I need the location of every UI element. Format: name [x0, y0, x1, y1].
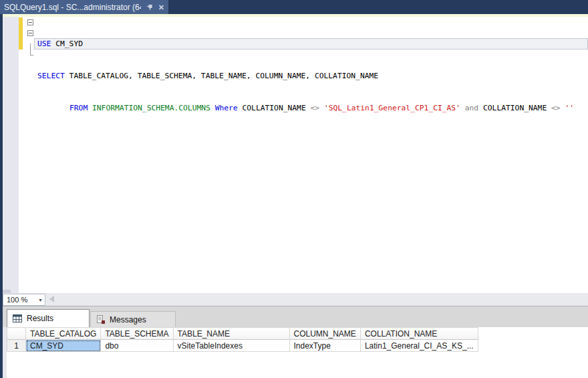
results-grid-area: TABLE_CATALOG TABLE_SCHEMA TABLE_NAME CO…: [3, 327, 588, 378]
change-tracking-bar: [19, 17, 23, 50]
outline-guide-end: [30, 55, 33, 56]
sql-keyword: USE: [37, 39, 51, 48]
results-grid-icon: [13, 314, 22, 322]
code-line[interactable]: USE CM_SYD: [37, 39, 588, 50]
zoom-value: 100 %: [3, 296, 36, 304]
tab-messages[interactable]: Messages: [90, 311, 176, 327]
outline-guide-line: [30, 43, 31, 55]
code-area: USE CM_SYD SELECT TABLE_CATALOG, TABLE_S…: [37, 17, 588, 135]
sql-identifier: COLLATION_NAME: [478, 104, 551, 112]
sql-keyword: Where: [210, 104, 238, 112]
code-line[interactable]: FROM INFORMATION_SCHEMA.COLUMNS Where CO…: [37, 103, 588, 114]
grid-header-row: TABLE_CATALOG TABLE_SCHEMA TABLE_NAME CO…: [7, 328, 478, 340]
code-line[interactable]: SELECT TABLE_CATALOG, TABLE_SCHEMA, TABL…: [37, 71, 588, 82]
messages-icon: [96, 315, 105, 324]
sql-keyword: SELECT: [37, 72, 65, 80]
sql-identifier: COLLATION_NAME: [238, 104, 311, 112]
results-tab-bar: Results Messages: [3, 306, 588, 327]
column-header[interactable]: COLLATION_NAME: [360, 328, 478, 340]
column-header[interactable]: TABLE_NAME: [173, 328, 289, 340]
results-pane: Results Messages TABLE_CATALOG TABLE_SCH…: [3, 306, 588, 378]
grid-cell[interactable]: Latin1_General_CI_AS_KS_...: [360, 340, 478, 352]
sql-editor[interactable]: USE CM_SYD SELECT TABLE_CATALOG, TABLE_S…: [0, 17, 588, 293]
tab-messages-label: Messages: [110, 315, 146, 324]
collapse-box-icon[interactable]: [27, 30, 33, 36]
zoom-select[interactable]: 100 % ▼: [3, 294, 45, 306]
editor-gutter: [3, 17, 19, 293]
document-tab-title: SQLQuery1.sql - SC...administrator (64))…: [4, 3, 141, 12]
document-tab-bar: SQLQuery1.sql - SC...administrator (64))…: [0, 0, 588, 14]
editor-bottom-bar: 100 % ▼: [3, 293, 588, 306]
chevron-down-icon: ▼: [36, 298, 45, 302]
column-header[interactable]: TABLE_SCHEMA: [101, 328, 173, 340]
sql-operator: <>: [311, 104, 320, 112]
hscroll-left-arrow-icon[interactable]: [49, 296, 54, 302]
document-tab[interactable]: SQLQuery1.sql - SC...administrator (64))…: [0, 0, 168, 14]
results-grid: TABLE_CATALOG TABLE_SCHEMA TABLE_NAME CO…: [7, 327, 478, 352]
tab-results[interactable]: Results: [7, 309, 90, 327]
sql-identifier: TABLE_CATALOG, TABLE_SCHEMA, TABLE_NAME,…: [65, 72, 378, 80]
grid-corner-cell[interactable]: [7, 328, 26, 340]
sql-operator: and: [460, 104, 478, 112]
sql-identifier: CM_SYD: [51, 39, 83, 48]
ssms-window: SQLQuery1.sql - SC...administrator (64))…: [0, 0, 588, 378]
close-icon[interactable]: ✕: [158, 3, 164, 11]
grid-cell[interactable]: dbo: [101, 340, 173, 352]
grid-cell[interactable]: vSiteTableIndexes: [173, 340, 289, 352]
sql-string: 'SQL_Latin1_General_CP1_CI_AS': [319, 104, 460, 112]
sql-keyword: FROM: [69, 104, 88, 112]
pin-icon[interactable]: [146, 3, 154, 11]
grid-cell-selected[interactable]: CM_SYD: [26, 340, 101, 352]
column-header[interactable]: COLUMN_NAME: [289, 328, 360, 340]
tab-results-label: Results: [27, 314, 53, 323]
collapse-box-icon[interactable]: [27, 19, 33, 25]
grid-cell[interactable]: IndexType: [289, 340, 360, 352]
sql-operator: <>: [551, 104, 561, 112]
column-header[interactable]: TABLE_CATALOG: [26, 328, 101, 340]
window-left-edge: [0, 14, 3, 378]
sql-system-object: INFORMATION_SCHEMA.COLUMNS: [88, 104, 210, 112]
row-number-cell[interactable]: 1: [7, 340, 26, 352]
sql-string: '': [561, 104, 574, 112]
table-row: 1 CM_SYD dbo vSiteTableIndexes IndexType…: [7, 340, 478, 352]
